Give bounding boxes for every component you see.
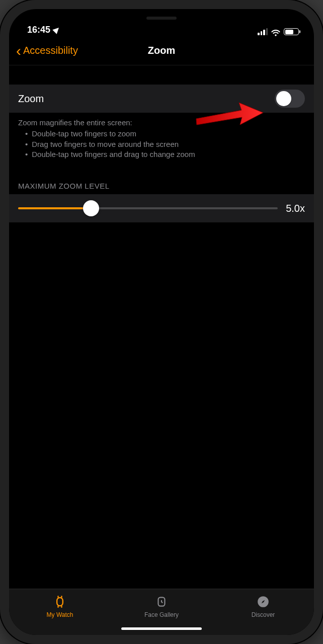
max-zoom-slider[interactable] bbox=[18, 201, 278, 215]
zoom-bullet: Drag two fingers to move around the scre… bbox=[25, 139, 305, 149]
zoom-toggle[interactable] bbox=[275, 90, 305, 108]
zoom-description-intro: Zoom magnifies the entire screen: bbox=[18, 118, 305, 128]
chevron-left-icon: ‹ bbox=[16, 43, 21, 58]
watch-icon bbox=[52, 594, 67, 609]
battery-icon bbox=[284, 28, 299, 35]
zoom-bullet: Double-tap two fingers and drag to chang… bbox=[25, 149, 305, 159]
zoom-description: Zoom magnifies the entire screen: Double… bbox=[9, 113, 314, 159]
status-time: 16:45 bbox=[27, 25, 50, 35]
location-services-icon bbox=[52, 25, 61, 34]
zoom-setting-row[interactable]: Zoom bbox=[9, 85, 314, 113]
svg-rect-0 bbox=[57, 598, 63, 606]
page-title: Zoom bbox=[148, 45, 175, 56]
zoom-label: Zoom bbox=[18, 93, 44, 105]
tab-label: My Watch bbox=[47, 611, 73, 618]
wifi-icon bbox=[271, 28, 281, 35]
back-label: Accessibility bbox=[23, 45, 78, 56]
zoom-bullet: Double-tap two fingers to zoom bbox=[25, 129, 305, 139]
tab-label: Face Gallery bbox=[144, 611, 179, 618]
compass-icon bbox=[256, 594, 271, 609]
max-zoom-value: 5.0x bbox=[286, 203, 305, 214]
back-button[interactable]: ‹ Accessibility bbox=[16, 36, 78, 65]
max-zoom-header: MAXIMUM ZOOM LEVEL bbox=[9, 159, 314, 194]
watch-face-icon bbox=[154, 594, 169, 609]
device-notch bbox=[104, 9, 219, 27]
home-indicator[interactable] bbox=[121, 627, 202, 630]
nav-header: ‹ Accessibility Zoom bbox=[9, 36, 314, 65]
tab-discover[interactable]: Discover bbox=[212, 589, 314, 635]
max-zoom-row: 5.0x bbox=[9, 194, 314, 222]
tab-label: Discover bbox=[252, 611, 275, 618]
tab-my-watch[interactable]: My Watch bbox=[9, 589, 111, 635]
cellular-signal-icon bbox=[258, 28, 268, 35]
